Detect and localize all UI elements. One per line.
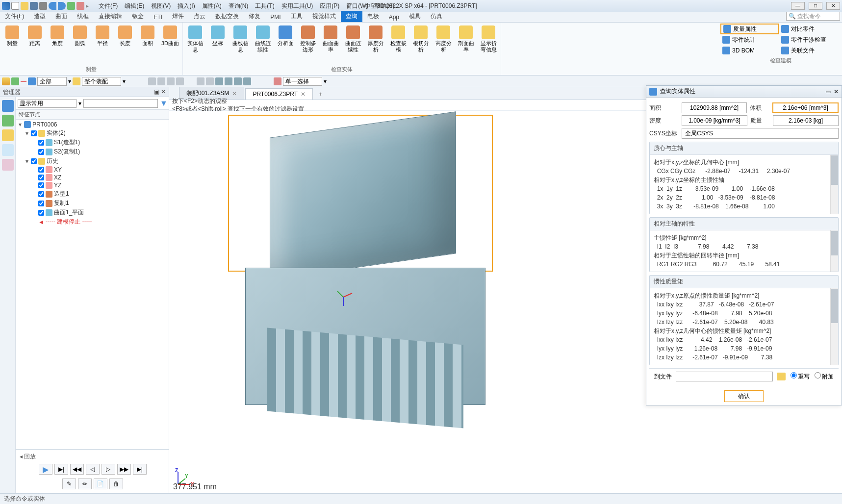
ribbon-button[interactable]: 曲线连续性	[253, 24, 273, 65]
new-icon[interactable]	[11, 2, 19, 10]
doc-button[interactable]: 📄	[94, 479, 107, 489]
menu-item[interactable]: 插入(I)	[175, 2, 198, 10]
tb-icon[interactable]	[274, 77, 281, 85]
ribbon-tab[interactable]: 视觉样式	[307, 11, 341, 22]
ribbon-tab[interactable]: 钣金	[127, 11, 149, 22]
tb-icon[interactable]	[215, 77, 223, 85]
panel-close-icon[interactable]: ✕	[834, 88, 839, 95]
tb-icon[interactable]	[225, 77, 232, 85]
display-select[interactable]: 显示常用	[18, 99, 77, 108]
stop-node[interactable]: ----- 建模停止 -----	[46, 218, 92, 226]
ribbon-tab[interactable]: 查询	[341, 11, 362, 22]
close-button[interactable]: ✕	[826, 2, 840, 10]
step-fwd-button[interactable]: ▶|	[54, 464, 68, 475]
tree-node[interactable]: XZ	[54, 174, 61, 181]
search-command-input[interactable]: 🔍 查找命令	[786, 12, 840, 21]
menu-item[interactable]: 视图(V)	[148, 2, 174, 10]
ribbon-button[interactable]: 距离	[25, 24, 45, 65]
expand-icon[interactable]: ▾	[25, 158, 29, 165]
ribbon-tab[interactable]: 直接编辑	[94, 11, 127, 22]
ribbon-button[interactable]: 曲面连续性	[343, 24, 363, 65]
print-icon[interactable]	[39, 2, 47, 10]
cursor-icon[interactable]	[2, 77, 10, 85]
node-checkbox[interactable]	[38, 210, 44, 216]
ribbon-button[interactable]: 根切分析	[410, 24, 431, 65]
expand-icon[interactable]: ▾	[18, 121, 23, 128]
csys-value[interactable]: 全局CSYS	[682, 128, 839, 139]
tofile-input[interactable]	[676, 372, 773, 381]
node-checkbox[interactable]	[38, 201, 44, 206]
refresh-icon[interactable]	[67, 2, 75, 10]
menu-item[interactable]: 属性(A)	[199, 2, 225, 10]
panel-buttons[interactable]: ▣ ✕	[154, 88, 166, 96]
ribbon-tab[interactable]: 点云	[189, 11, 210, 22]
mode-select[interactable]: 整个装配	[82, 77, 121, 86]
ribbon-button[interactable]: 厚度分析	[365, 24, 386, 65]
tree-node[interactable]: XY	[54, 166, 62, 173]
tree-node[interactable]: PRT0006	[32, 121, 57, 128]
tb-icon[interactable]	[206, 77, 214, 85]
append-radio[interactable]: 附加	[814, 372, 834, 381]
ribbon-tab[interactable]: 工具	[286, 11, 307, 22]
minimize-button[interactable]: —	[791, 2, 805, 10]
end-button[interactable]: ▶|	[133, 464, 147, 475]
edit-button[interactable]: ✎	[62, 479, 76, 489]
assembly-icon[interactable]	[73, 77, 80, 85]
node-checkbox[interactable]	[38, 182, 44, 188]
tree-tab-icon[interactable]	[2, 100, 14, 112]
menu-item[interactable]: 编辑(E)	[122, 2, 147, 10]
node-checkbox[interactable]	[38, 191, 44, 197]
ribbon-button[interactable]: 长度	[115, 24, 135, 65]
tab-close-icon[interactable]: ✕	[301, 91, 306, 98]
pencil-button[interactable]: ✏	[78, 479, 92, 489]
ribbon-small-button[interactable]: 质量属性	[720, 24, 779, 34]
ribbon-tab[interactable]: 电极	[362, 11, 384, 22]
csys-triad-icon[interactable]	[333, 287, 353, 307]
layer-tab-icon[interactable]	[2, 115, 14, 126]
img-tab-icon[interactable]	[2, 144, 14, 156]
filter-funnel-icon[interactable]: ▼	[160, 99, 168, 108]
open-icon[interactable]	[21, 2, 28, 10]
menu-item[interactable]: 实用工具(U)	[279, 2, 316, 10]
ribbon-small-button[interactable]: 对比零件	[779, 24, 838, 34]
select-mode[interactable]: 单一选择	[283, 77, 322, 86]
ribbon-button[interactable]: 曲面曲率	[320, 24, 341, 65]
tree-node[interactable]: 曲面1_平面	[54, 208, 84, 217]
filter-icon[interactable]	[28, 77, 36, 85]
tree-node[interactable]: 复制1	[54, 199, 69, 207]
ribbon-button[interactable]: 检查拔模	[388, 24, 408, 65]
ribbon-tab[interactable]: FTI	[149, 12, 167, 22]
view-tab-icon[interactable]	[2, 129, 14, 141]
node-checkbox[interactable]	[38, 140, 44, 146]
ribbon-tab[interactable]: 造型	[29, 11, 51, 22]
overwrite-radio[interactable]: 重写	[790, 372, 810, 381]
maximize-button[interactable]: □	[809, 2, 822, 10]
model-upper-body[interactable]	[270, 111, 456, 279]
browse-folder-icon[interactable]	[777, 373, 786, 380]
ribbon-tab[interactable]: 模具	[404, 11, 426, 22]
ribbon-tab[interactable]: PMI	[265, 12, 285, 22]
ribbon-button[interactable]: 3D曲面	[160, 24, 180, 65]
tree-node[interactable]: 造型1	[54, 190, 69, 198]
ribbon-button[interactable]: 剖面曲率	[456, 24, 476, 65]
node-checkbox[interactable]	[38, 175, 44, 180]
step-back-button[interactable]: ◁	[86, 464, 100, 475]
ribbon-button[interactable]: 半径	[92, 24, 113, 65]
ribbon-tab[interactable]: 曲面	[51, 11, 72, 22]
node-checkbox[interactable]	[31, 130, 37, 136]
model-fins[interactable]	[267, 328, 463, 428]
new-tab-button[interactable]: +	[314, 89, 327, 100]
tb-icon[interactable]	[234, 77, 242, 85]
menu-item[interactable]: 工具(T)	[252, 2, 277, 10]
tree-node[interactable]: 实体(2)	[47, 129, 66, 137]
tb-icon[interactable]	[157, 77, 165, 85]
tb-icon[interactable]	[148, 77, 156, 85]
menu-item[interactable]: 文件(F)	[96, 2, 121, 10]
ribbon-tab[interactable]: 线框	[72, 11, 94, 22]
ribbon-tab[interactable]: 数据交换	[210, 11, 244, 22]
ribbon-small-button[interactable]: 关联文件	[779, 45, 838, 56]
tree-node[interactable]: S1(造型1)	[54, 138, 80, 147]
ribbon-button[interactable]: 控制多边形	[298, 24, 318, 65]
ribbon-tab[interactable]: 文件(F)	[0, 11, 29, 22]
ribbon-button[interactable]: 测量	[2, 24, 23, 65]
